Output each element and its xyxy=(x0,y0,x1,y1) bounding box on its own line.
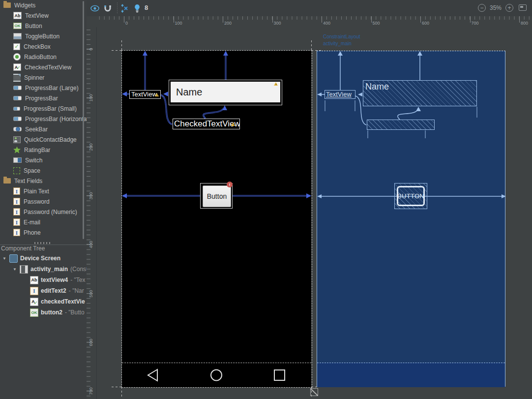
palette-item-seekbar[interactable]: SeekBar xyxy=(0,124,87,134)
palette-item-email[interactable]: E-mail xyxy=(0,217,87,227)
arrows-x-icon xyxy=(120,4,129,13)
ruler-label: 700 xyxy=(87,386,96,396)
tree-row-activity-main[interactable]: ▼ activity_main (Const xyxy=(0,264,87,275)
bounds-extension xyxy=(112,387,121,387)
palette-item-plain-text[interactable]: Plain Text xyxy=(0,186,87,196)
ruler-label: 100 xyxy=(87,93,96,103)
ruler-label: 600 xyxy=(87,338,96,347)
button-icon xyxy=(13,23,22,29)
bounds-extension xyxy=(311,40,312,50)
blueprint-button[interactable]: BUTTON xyxy=(394,183,427,209)
palette-item-quickcontactbadge[interactable]: QuickContactBadge xyxy=(0,134,87,145)
radiobutton-icon xyxy=(13,53,21,61)
vertical-ruler: 0 100 200 300 400 500 600 700 xyxy=(87,27,97,399)
palette-item-password[interactable]: Password xyxy=(0,196,87,207)
design-checkedtextview[interactable]: CheckedTextView xyxy=(173,119,240,129)
design-edittext[interactable]: Name xyxy=(169,80,282,105)
show-constraints-eye-icon[interactable] xyxy=(90,4,99,13)
ruler-label: 200 xyxy=(223,16,242,27)
design-toolbar: 8 − 35% + xyxy=(87,0,532,17)
blueprint-header-label: ConstraintLayout activity_main xyxy=(323,33,360,47)
lightbulb-icon xyxy=(134,4,141,13)
checkbox-icon xyxy=(13,43,20,50)
default-margin-value[interactable]: 8 xyxy=(145,4,148,11)
palette-item-textview[interactable]: TextView xyxy=(0,10,87,21)
palette-item-checkedtextview[interactable]: CheckedTextView xyxy=(0,62,87,72)
palette-item-radiobutton[interactable]: RadioButton xyxy=(0,52,87,62)
autoconnect-magnet-icon[interactable] xyxy=(103,4,112,13)
palette-scrollbar[interactable] xyxy=(83,1,84,239)
ruler-label: 200 xyxy=(87,142,96,152)
design-textview[interactable]: TextView xyxy=(129,90,161,99)
home-icon xyxy=(211,370,222,381)
android-studio-layout-editor: Widgets TextView Button ToggleButton Che… xyxy=(0,0,532,399)
palette-item-progressbar-large[interactable]: ProgressBar (Large) xyxy=(0,83,87,93)
infer-constraints-icon[interactable] xyxy=(133,4,142,13)
blueprint-view[interactable]: TextView Name BUTTON xyxy=(317,51,505,387)
textfield-icon xyxy=(30,287,38,295)
palette-section-widgets[interactable]: Widgets xyxy=(0,0,87,10)
panel-splitter[interactable] xyxy=(34,242,51,244)
palette-section-label: Text Fields xyxy=(14,178,42,184)
bounds-extension xyxy=(121,387,122,397)
ruler-label: 700 xyxy=(470,16,490,27)
tree-row-textview4[interactable]: ▼ textView4 - "Tex xyxy=(0,275,87,285)
zoom-out-button[interactable]: − xyxy=(478,4,486,12)
canvas-resize-handle[interactable] xyxy=(310,388,318,396)
bounds-extension xyxy=(112,50,121,51)
design-view[interactable]: TextView Name CheckedTextView Button ! xyxy=(122,51,311,387)
blueprint-checkedtextview[interactable] xyxy=(367,120,435,130)
error-badge-icon: ! xyxy=(227,182,233,187)
palette-item-phone[interactable]: Phone xyxy=(0,227,87,238)
toolbar-separator xyxy=(117,2,118,14)
tree-row-edittext2[interactable]: ▼ editText2 - "Nar xyxy=(0,285,87,296)
palette-item-ratingbar[interactable]: RatingBar xyxy=(0,145,87,155)
textfield-icon xyxy=(13,187,20,195)
ruler-corner xyxy=(87,16,97,28)
checkedtextview-icon xyxy=(30,298,38,306)
zoom-to-fit-button[interactable] xyxy=(519,4,527,11)
textview-icon xyxy=(30,276,38,284)
design-button[interactable]: Button ! xyxy=(200,183,233,209)
component-tree-panel: Component Tree ▼ Device Screen ▼ activit… xyxy=(0,245,87,399)
textview-icon xyxy=(13,12,22,19)
progressbar-icon xyxy=(13,107,20,111)
palette-item-progressbar[interactable]: ProgressBar xyxy=(0,93,87,103)
component-tree-title: Component Tree xyxy=(0,245,87,253)
expand-arrow-icon[interactable]: ▼ xyxy=(2,256,7,261)
device-navigation-bar xyxy=(122,363,311,387)
palette-item-checkbox[interactable]: CheckBox xyxy=(0,41,87,52)
ruler-label: 600 xyxy=(420,16,440,27)
togglebutton-icon xyxy=(13,33,22,39)
palette-item-spinner[interactable]: Spinner xyxy=(0,72,87,83)
palette-item-switch[interactable]: Switch xyxy=(0,155,87,165)
ruler-label: 300 xyxy=(272,16,292,27)
warning-icon xyxy=(274,82,278,86)
blueprint-textview[interactable]: TextView xyxy=(325,90,355,99)
tree-row-button2[interactable]: ▼ button2 - "Butto xyxy=(0,307,87,318)
palette-item-progressbar-horizontal[interactable]: ProgressBar (Horizontal) xyxy=(0,114,87,124)
ratingbar-icon xyxy=(13,147,21,153)
ruler-label: 300 xyxy=(87,191,96,201)
ruler-label: 800 xyxy=(519,16,532,27)
ruler-label: 0 xyxy=(124,16,144,27)
tree-row-device-screen[interactable]: ▼ Device Screen xyxy=(0,253,87,264)
button-text: Button xyxy=(207,192,227,200)
palette-item-button[interactable]: Button xyxy=(0,21,87,31)
zoom-in-button[interactable]: + xyxy=(505,4,513,12)
warning-icon xyxy=(155,93,159,96)
warning-icon xyxy=(231,123,235,126)
seekbar-icon xyxy=(13,127,22,131)
palette-section-text-fields[interactable]: Text Fields xyxy=(0,176,87,186)
back-icon xyxy=(148,369,157,381)
blueprint-edittext[interactable]: Name xyxy=(363,80,477,106)
palette-item-password-numeric[interactable]: Password (Numeric) xyxy=(0,207,87,217)
palette-item-space[interactable]: Space xyxy=(0,165,87,176)
tree-row-checkedtextview[interactable]: ▼ checkedTextVie xyxy=(0,296,87,307)
folder-icon xyxy=(3,178,11,184)
palette-item-progressbar-small[interactable]: ProgressBar (Small) xyxy=(0,103,87,114)
clear-constraints-icon[interactable] xyxy=(120,4,129,13)
device-screen-icon xyxy=(9,254,18,263)
palette-item-togglebutton[interactable]: ToggleButton xyxy=(0,31,87,41)
expand-arrow-icon[interactable]: ▼ xyxy=(12,267,17,272)
